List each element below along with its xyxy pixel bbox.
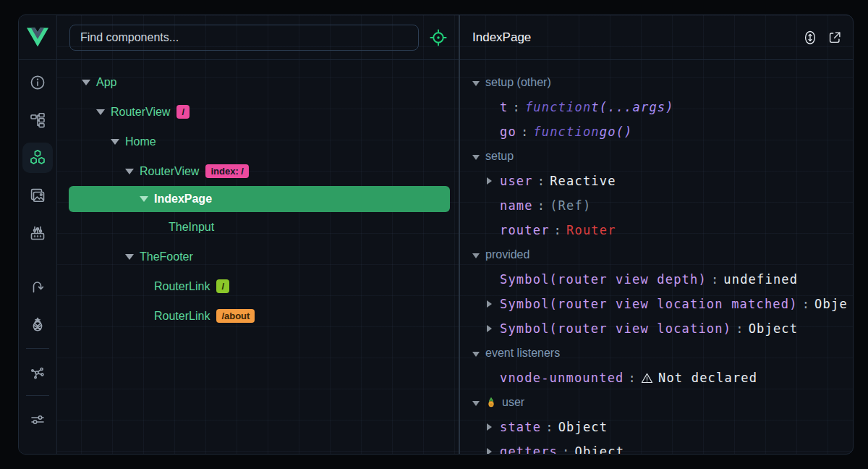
expander-down-icon[interactable]: [472, 401, 480, 406]
state-value: (Ref): [550, 198, 591, 213]
section-event-listeners[interactable]: event listeners: [460, 341, 848, 366]
expander-down-icon[interactable]: [82, 80, 90, 85]
inspector-header: IndexPage: [460, 15, 853, 60]
route-badge: index: /: [205, 164, 249, 178]
state-key: vnode-unmounted: [500, 371, 624, 385]
state-row-symbol-router-view-location-matched-[interactable]: Symbol(router view location matched):Obj…: [460, 292, 848, 316]
tree-node-routerview[interactable]: RouterView/: [57, 97, 459, 127]
tree-node-indexpage[interactable]: IndexPage: [69, 186, 450, 212]
state-row-symbol-router-view-location-[interactable]: Symbol(router view location):Object: [460, 316, 848, 341]
tree-node-home[interactable]: Home: [57, 127, 459, 156]
state-row-t[interactable]: t:function t(...args): [460, 95, 848, 119]
state-value: function: [533, 124, 599, 139]
component-label: RouterView: [140, 165, 199, 178]
colon: :: [711, 272, 719, 287]
tree-header: [57, 15, 459, 60]
state-key: name: [500, 198, 533, 213]
sidebar-item-info[interactable]: [22, 67, 53, 98]
colon: :: [629, 371, 637, 385]
route-badge: /: [176, 105, 190, 119]
sidebar-item-router[interactable]: [22, 271, 53, 302]
expander-down-icon[interactable]: [125, 169, 134, 174]
section-user[interactable]: user: [460, 390, 848, 415]
state-value: Object: [749, 321, 799, 336]
component-label: RouterView: [111, 106, 170, 119]
vue-logo[interactable]: [19, 15, 56, 60]
expander-right-icon[interactable]: [487, 177, 492, 185]
expander-right-icon[interactable]: [487, 325, 492, 332]
tree-node-theinput[interactable]: TheInput: [57, 212, 459, 242]
section-provided[interactable]: provided: [460, 242, 848, 267]
open-in-editor-icon[interactable]: [827, 30, 843, 46]
expander-down-icon[interactable]: [140, 196, 148, 202]
expander-right-icon[interactable]: [487, 423, 492, 431]
vue-devtools-window: AppRouterView/HomeRouterViewindex: /Inde…: [18, 14, 854, 455]
inspector-state: setup (other)t:function t(...args)go:fun…: [460, 60, 848, 454]
sidebar-item-assets[interactable]: [22, 180, 53, 211]
section-setup[interactable]: setup: [460, 144, 848, 169]
expander-down-icon[interactable]: [472, 253, 480, 258]
sidebar-item-graph[interactable]: [22, 358, 53, 388]
inspect-element-icon[interactable]: [429, 28, 448, 47]
expander-down-icon[interactable]: [96, 109, 105, 115]
search-input[interactable]: [69, 25, 419, 51]
section-label: event listeners: [485, 347, 560, 360]
state-key: go: [500, 124, 516, 139]
settings-icon: [29, 411, 46, 428]
section-setup-other-[interactable]: setup (other): [460, 70, 848, 95]
colon: :: [802, 297, 810, 311]
tree-node-app[interactable]: App: [57, 67, 459, 97]
state-row-vnode-unmounted[interactable]: vnode-unmounted:Not declared: [460, 366, 848, 390]
tree-node-routerlink[interactable]: RouterLink/about: [57, 301, 459, 331]
assets-icon: [29, 187, 46, 204]
expander-down-icon[interactable]: [472, 81, 480, 86]
expander-right-icon[interactable]: [487, 448, 492, 454]
pinia-icon: [29, 316, 46, 333]
state-value: function: [525, 100, 591, 114]
state-row-user[interactable]: user:Reactive: [460, 169, 848, 193]
state-value: Object: [814, 297, 848, 311]
state-row-symbol-router-view-depth-[interactable]: Symbol(router view depth):undefined: [460, 267, 848, 292]
component-tree-panel: AppRouterView/HomeRouterViewindex: /Inde…: [57, 15, 459, 454]
expander-down-icon[interactable]: [111, 139, 119, 145]
state-key: state: [500, 420, 541, 434]
expander-down-icon[interactable]: [472, 352, 480, 357]
component-label: Home: [125, 135, 156, 148]
component-tree: AppRouterView/HomeRouterViewindex: /Inde…: [57, 60, 459, 454]
section-label: user: [502, 396, 524, 409]
sidebar-nav: [19, 60, 56, 454]
state-key: t: [500, 100, 508, 114]
state-row-state[interactable]: state:Object: [460, 415, 848, 439]
component-label: IndexPage: [154, 193, 212, 206]
info-icon: [29, 74, 46, 91]
expander-down-icon[interactable]: [125, 254, 134, 260]
inspector-title: IndexPage: [472, 30, 531, 45]
tree-node-routerview[interactable]: RouterViewindex: /: [57, 156, 459, 186]
colon: :: [512, 100, 520, 114]
colon: :: [521, 124, 529, 139]
state-row-name[interactable]: name: (Ref): [460, 193, 848, 218]
router-icon: [29, 278, 46, 295]
sidebar-item-settings[interactable]: [22, 405, 53, 435]
colon: :: [554, 223, 562, 237]
component-label: RouterLink: [154, 310, 210, 323]
expander-down-icon[interactable]: [472, 155, 480, 160]
state-row-router[interactable]: router:Router: [460, 218, 848, 242]
expander-right-icon[interactable]: [487, 300, 492, 308]
state-key: getters: [500, 444, 558, 454]
route-badge: /: [216, 279, 229, 293]
tree-node-routerlink[interactable]: RouterLink/: [57, 271, 459, 301]
state-value: t(...args): [591, 100, 673, 114]
scroll-to-component-icon[interactable]: [802, 30, 818, 46]
components-icon: [28, 148, 47, 167]
sidebar-item-components-tree[interactable]: [22, 105, 53, 135]
colon: :: [562, 444, 570, 454]
state-row-getters[interactable]: getters:Object: [460, 439, 848, 454]
state-key: router: [500, 223, 550, 237]
sidebar-item-timeline[interactable]: [22, 218, 53, 248]
tree-node-thefooter[interactable]: TheFooter: [57, 242, 459, 271]
sidebar-item-pinia[interactable]: [22, 309, 53, 339]
state-row-go[interactable]: go:function go(): [460, 119, 848, 144]
pinia-store-icon: [485, 397, 497, 408]
sidebar-item-components[interactable]: [22, 143, 53, 173]
